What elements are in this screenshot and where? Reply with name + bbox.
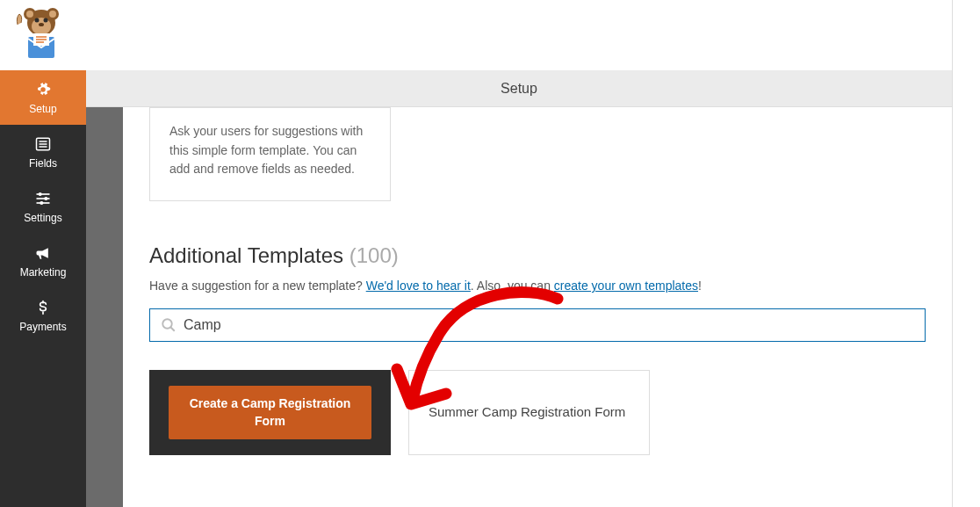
- sliders-icon: [33, 189, 53, 208]
- heading-count: (100): [349, 243, 399, 267]
- create-own-link[interactable]: create your own templates: [554, 279, 698, 293]
- sidebar-item-setup[interactable]: Setup: [0, 70, 86, 125]
- sidebar-item-settings[interactable]: Settings: [0, 179, 86, 234]
- svg-point-3: [26, 11, 33, 18]
- search-icon: [161, 317, 177, 333]
- svg-point-22: [44, 197, 47, 200]
- suggestion-prefix: Have a suggestion for a new template?: [149, 279, 366, 293]
- suggestion-mid: . Also, you can: [471, 279, 554, 293]
- svg-point-6: [35, 18, 40, 23]
- result-create-camp[interactable]: Create a Camp Registration Form: [149, 370, 391, 455]
- search-results: Create a Camp Registration Form Summer C…: [149, 370, 926, 455]
- svg-point-21: [39, 192, 42, 196]
- sidebar-item-marketing[interactable]: Marketing: [0, 234, 86, 288]
- template-search-input[interactable]: [184, 317, 914, 333]
- sidebar-label: Marketing: [20, 266, 67, 279]
- svg-line-25: [170, 327, 175, 331]
- svg-point-23: [40, 201, 43, 205]
- topbar-title: Setup: [501, 81, 537, 97]
- sidebar-label: Payments: [19, 321, 66, 333]
- bullhorn-icon: [33, 243, 53, 263]
- create-template-button[interactable]: Create a Camp Registration Form: [169, 386, 371, 439]
- sidebar-item-payments[interactable]: Payments: [0, 288, 86, 343]
- sidebar-label: Setup: [29, 103, 56, 115]
- template-card-desc: Ask your users for suggestions with this…: [169, 124, 363, 176]
- suggestion-suffix: !: [698, 279, 702, 293]
- suggestion-line: Have a suggestion for a new template? We…: [149, 279, 926, 293]
- additional-templates-heading: Additional Templates (100): [149, 243, 926, 268]
- template-search-wrap[interactable]: [149, 308, 926, 342]
- sidebar-label: Fields: [29, 157, 57, 170]
- dollar-icon: [33, 298, 53, 317]
- sidebar-item-fields[interactable]: Fields: [0, 125, 86, 179]
- gear-icon: [33, 80, 53, 99]
- sidebar-label: Settings: [24, 212, 61, 224]
- hear-it-link[interactable]: We'd love to hear it: [366, 279, 471, 293]
- setup-canvas: Ask your users for suggestions with this…: [123, 107, 952, 507]
- svg-point-24: [162, 319, 172, 329]
- result-title: Summer Camp Registration Form: [429, 402, 625, 422]
- wpforms-logo: [11, 7, 72, 60]
- builder-sidebar: Setup Fields Settings Marketing Payments: [0, 70, 86, 507]
- right-divider: [952, 0, 953, 507]
- template-card-truncated[interactable]: Ask your users for suggestions with this…: [149, 107, 391, 201]
- heading-text: Additional Templates: [149, 243, 343, 267]
- svg-point-7: [44, 18, 48, 23]
- svg-point-8: [39, 23, 44, 26]
- list-icon: [33, 134, 53, 154]
- svg-point-4: [49, 11, 56, 18]
- result-summer-camp[interactable]: Summer Camp Registration Form: [408, 370, 650, 455]
- builder-topbar: Setup: [86, 70, 952, 107]
